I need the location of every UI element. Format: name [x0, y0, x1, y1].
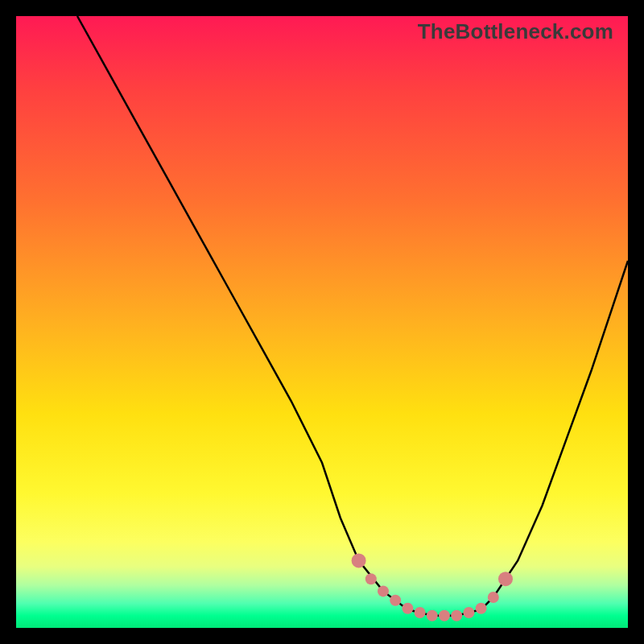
fit-marker	[498, 572, 513, 586]
fit-marker	[476, 603, 487, 614]
fit-marker	[439, 610, 450, 621]
fit-marker	[365, 573, 377, 584]
bottleneck-curve	[77, 16, 628, 616]
chart-frame: TheBottleneck.com	[16, 16, 628, 628]
fit-marker	[415, 607, 426, 618]
fit-marker	[352, 553, 366, 568]
fit-marker	[488, 592, 499, 603]
fit-marker	[378, 585, 389, 597]
watermark-text: TheBottleneck.com	[418, 19, 613, 44]
fit-marker	[451, 610, 462, 621]
fit-marker	[390, 595, 401, 606]
fit-marker	[463, 607, 474, 618]
curve-layer	[16, 16, 628, 628]
fit-marker	[427, 610, 438, 621]
fit-marker	[402, 603, 413, 614]
fit-region-markers	[352, 553, 513, 621]
